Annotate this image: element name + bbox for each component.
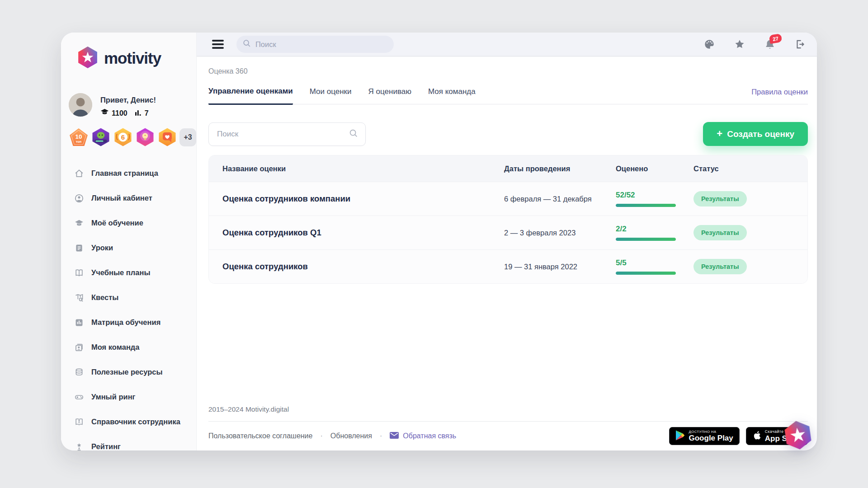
rank-value: 7 <box>145 109 149 117</box>
apple-icon <box>752 430 761 442</box>
badge-six-icon[interactable]: 6 <box>113 127 133 147</box>
logo[interactable]: motivity <box>61 33 196 70</box>
svg-text:топ: топ <box>76 140 82 144</box>
logout-icon[interactable] <box>794 38 806 50</box>
badge-character-icon[interactable] <box>91 127 111 147</box>
matrix-chart-icon <box>74 318 84 328</box>
google-play-icon <box>675 430 685 442</box>
lessons-icon <box>74 243 84 253</box>
progress-bar <box>616 204 676 207</box>
badge-heart-icon[interactable] <box>157 127 177 147</box>
scored-value: 2/2 <box>616 225 693 234</box>
sidebar-item-plans[interactable]: Учебные планы <box>61 260 196 285</box>
user-icon <box>74 193 84 203</box>
tab-i-evaluate[interactable]: Я оцениваю <box>368 87 411 104</box>
tab-my-team[interactable]: Моя команда <box>428 87 476 104</box>
sidebar-item-education[interactable]: Моё обучение <box>61 211 196 235</box>
sidebar: motivity Привет, Денис! 1100 <box>61 33 197 450</box>
progress-bar <box>616 238 676 241</box>
notification-count-badge: 27 <box>769 33 783 44</box>
copyright-text: 2015–2024 Motivity.digital <box>208 405 808 413</box>
desktop: { "topbar": { "search_placeholder": "Пои… <box>0 0 868 488</box>
results-badge[interactable]: Результаты <box>693 259 747 274</box>
app-window: motivity Привет, Денис! 1100 <box>61 33 817 450</box>
col-header-dates: Даты проведения <box>504 164 616 173</box>
quest-map-icon <box>74 293 84 303</box>
user-agreement-link[interactable]: Пользовательское соглашение <box>208 432 312 440</box>
avatar[interactable] <box>69 93 92 117</box>
progress-bar <box>616 272 676 275</box>
separator-dot: · <box>320 432 322 440</box>
evaluation-name[interactable]: Оценка сотрудников компании <box>222 194 504 204</box>
results-badge[interactable]: Результаты <box>693 225 747 240</box>
table-filter-search[interactable] <box>208 122 366 146</box>
topbar: 27 <box>197 33 817 56</box>
col-header-scored: Оценено <box>616 164 693 173</box>
sidebar-item-rating[interactable]: Рейтинг <box>61 434 196 450</box>
sidebar-item-matrix[interactable]: Матрица обучения <box>61 310 196 335</box>
rating-star-icon <box>74 442 84 451</box>
sidebar-item-handbook[interactable]: Справочник сотрудника <box>61 409 196 434</box>
col-header-status: Статус <box>693 164 807 173</box>
evaluation-rules-link[interactable]: Правила оценки <box>751 88 808 96</box>
tab-my-evaluations[interactable]: Мои оценки <box>310 87 352 104</box>
toolbar: + Создать оценку <box>208 122 808 146</box>
table-row[interactable]: Оценка сотрудников 19 — 31 января 2022 5… <box>209 249 807 283</box>
tab-manage-evaluations[interactable]: Управление оценками <box>208 87 293 105</box>
sidebar-item-home[interactable]: Главная страница <box>61 161 196 186</box>
favorites-star-icon[interactable] <box>734 38 745 50</box>
evaluation-progress: 52/52 <box>616 191 693 207</box>
notifications-bell-icon[interactable]: 27 <box>764 38 776 50</box>
feedback-link[interactable]: Обратная связь <box>390 432 456 441</box>
table-row[interactable]: Оценка сотрудников компании 6 февраля — … <box>209 182 807 216</box>
updates-link[interactable]: Обновления <box>330 432 372 440</box>
sidebar-item-lessons[interactable]: Уроки <box>61 235 196 260</box>
global-search[interactable] <box>236 36 394 53</box>
scored-value: 52/52 <box>616 191 693 200</box>
separator-dot: · <box>380 432 382 440</box>
points-value: 1100 <box>112 109 127 117</box>
floating-logo-button[interactable] <box>782 418 815 452</box>
menu-toggle-button[interactable] <box>212 38 224 51</box>
sidebar-menu: Главная страница Личный кабинет Моё обуч… <box>61 161 196 450</box>
badge-idea-icon[interactable] <box>135 127 155 147</box>
sidebar-item-resources[interactable]: Полезные ресурсы <box>61 360 196 385</box>
theme-palette-icon[interactable] <box>703 38 715 50</box>
sidebar-item-profile[interactable]: Личный кабинет <box>61 186 196 211</box>
evaluation-dates: 19 — 31 января 2022 <box>504 263 616 271</box>
achievement-badges: 10 топ 6 <box>61 118 196 147</box>
badges-more-button[interactable]: +3 <box>179 128 196 146</box>
evaluation-progress: 5/5 <box>616 258 693 275</box>
evaluation-name[interactable]: Оценка сотрудников Q1 <box>222 228 504 238</box>
table-row[interactable]: Оценка сотрудников Q1 2 — 3 февраля 2023… <box>209 216 807 249</box>
user-stats: 1100 7 <box>100 108 156 118</box>
table-filter-input[interactable] <box>217 130 349 139</box>
badge-top10-icon[interactable]: 10 топ <box>69 127 89 147</box>
user-profile: Привет, Денис! 1100 7 <box>61 70 196 118</box>
sidebar-item-team[interactable]: Моя команда <box>61 335 196 360</box>
education-icon <box>74 218 84 228</box>
google-play-tagline: ДОСТУПНО НА <box>689 430 733 434</box>
table-header: Название оценки Даты проведения Оценено … <box>209 155 807 182</box>
greeting-text: Привет, Денис! <box>100 93 156 104</box>
main-column: 27 Оценка 360 Управление оценками Мои оц… <box>197 33 817 450</box>
sidebar-item-quests[interactable]: Квесты <box>61 285 196 310</box>
search-icon <box>349 129 358 140</box>
global-search-input[interactable] <box>255 40 387 49</box>
svg-text:10: 10 <box>75 133 82 140</box>
book-icon <box>74 268 84 278</box>
evaluation-dates: 2 — 3 февраля 2023 <box>504 229 616 237</box>
evaluations-table: Название оценки Даты проведения Оценено … <box>208 155 808 284</box>
results-badge[interactable]: Результаты <box>693 191 747 206</box>
scored-value: 5/5 <box>616 258 693 267</box>
logo-text: motivity <box>104 49 161 67</box>
create-evaluation-button[interactable]: + Создать оценку <box>703 122 808 146</box>
tabs: Управление оценками Мои оценки Я оценива… <box>208 87 808 104</box>
google-play-badge[interactable]: ДОСТУПНО НА Google Play <box>669 427 740 445</box>
team-card-icon <box>74 343 84 352</box>
evaluation-name[interactable]: Оценка сотрудников <box>222 262 504 272</box>
sidebar-item-smart-ring[interactable]: Умный ринг <box>61 385 196 409</box>
footer-links: Пользовательское соглашение · Обновления… <box>208 422 808 450</box>
footer: 2015–2024 Motivity.digital Пользовательс… <box>208 405 808 450</box>
content-area: Оценка 360 Управление оценками Мои оценк… <box>197 56 817 450</box>
